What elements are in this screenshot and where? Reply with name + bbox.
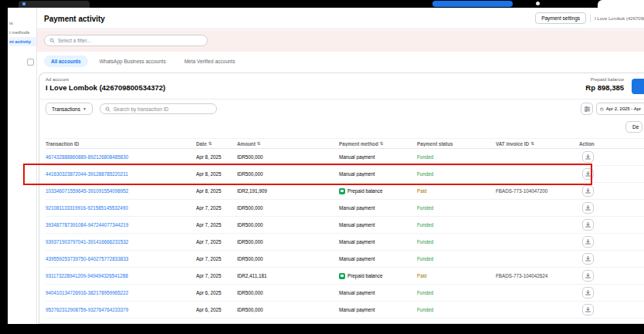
column-payment-method[interactable]: Payment method⇅ <box>339 141 417 147</box>
action-cell <box>579 168 644 180</box>
sort-icon[interactable]: ⇅ <box>257 141 261 146</box>
download-icon <box>585 221 591 228</box>
download-icon <box>585 170 591 177</box>
page-header: Payment activity Payment settings I Love… <box>37 8 644 29</box>
payment-status: Funded <box>417 171 496 177</box>
date-range-label: Apr 2, 2025 - Apr <box>606 106 641 111</box>
transaction-id-link[interactable]: 467432888860889-892126808485830 <box>46 154 196 160</box>
sidebar-item-payments[interactable]: ts <box>8 19 36 28</box>
download-invoice-button[interactable] <box>582 151 594 163</box>
prepaid-balance-icon <box>339 273 345 279</box>
payment-method: Manual payment <box>339 222 417 228</box>
payment-status: Funded <box>417 256 496 261</box>
table-row: 103346071559645-391091554098952Apr 8, 20… <box>46 183 644 200</box>
page-title: Payment activity <box>44 15 105 23</box>
account-card: Ad account I Love Lombok (42670980053437… <box>39 73 644 324</box>
browser-tab[interactable] <box>19 1 90 8</box>
column-vat-invoice-id[interactable]: VAT invoice ID⇅ <box>496 141 579 147</box>
tab-all-accounts[interactable]: All accounts <box>44 56 88 67</box>
sidebar: ts t methods nt activity <box>8 8 37 324</box>
table-row: 931173228941209-949494326541288Apr 7, 20… <box>46 268 644 285</box>
column-date[interactable]: Date⇅ <box>196 141 237 147</box>
filter-search-placeholder: Select a filter... <box>58 38 91 43</box>
column-payment-status: Payment status <box>417 141 496 147</box>
download-invoice-button[interactable] <box>582 185 594 197</box>
payment-method-label: Prepaid balance <box>347 188 383 194</box>
sort-icon[interactable]: ⇅ <box>208 141 212 146</box>
download-invoice-button[interactable] <box>582 287 594 299</box>
action-cell <box>579 202 644 214</box>
browser-top-bar <box>0 0 644 8</box>
bottom-black-strip <box>0 324 644 334</box>
table-controls: Transactions ▼ Search by transaction ID … <box>46 103 644 116</box>
table-body: 467432888860889-892126808485830Apr 8, 20… <box>46 149 644 319</box>
transaction-amount: IDR2,411,181 <box>237 273 339 278</box>
top-up-button[interactable] <box>632 79 644 94</box>
transaction-amount: IDR500,000 <box>237 256 339 261</box>
column-label: Payment status <box>417 141 453 147</box>
column-amount[interactable]: Amount⇅ <box>237 141 339 147</box>
account-switcher[interactable]: I Love Lombok (42670980053 <box>595 16 644 21</box>
transaction-id-link[interactable]: 940410134726916-382178959965222 <box>46 290 196 295</box>
download-invoice-button[interactable] <box>582 236 594 248</box>
transaction-id-link[interactable]: 939371903797041-391416666231532 <box>46 239 196 245</box>
column-label: Transaction ID <box>46 141 79 147</box>
transaction-amount: IDR500,000 <box>237 205 339 211</box>
download-report-button[interactable]: De <box>625 121 642 133</box>
payment-method-label: Manual payment <box>339 256 375 261</box>
download-invoice-button[interactable] <box>582 202 594 214</box>
filter-settings-button[interactable] <box>581 103 593 115</box>
column-label: VAT invoice ID <box>496 141 529 147</box>
transaction-id-link[interactable]: 439559253739750-640275772833833 <box>46 256 196 261</box>
transactions-dropdown[interactable]: Transactions ▼ <box>46 103 93 115</box>
action-cell <box>579 151 644 163</box>
transaction-id-link[interactable]: 441630323872044-391288785220211 <box>46 171 196 177</box>
window-corner <box>598 0 644 8</box>
transaction-id-link[interactable]: 931173228941209-949494326541288 <box>46 273 196 278</box>
payment-method: Prepaid balance <box>339 273 417 279</box>
column-transaction-id: Transaction ID <box>46 141 196 147</box>
transaction-amount: IDR500,000 <box>237 154 339 160</box>
date-range-picker[interactable]: Apr 2, 2025 - Apr <box>596 103 644 115</box>
download-icon <box>585 154 591 160</box>
filter-search-input[interactable]: Select a filter... <box>44 35 208 46</box>
address-bar-pill[interactable] <box>432 1 513 7</box>
download-invoice-button[interactable] <box>582 304 594 315</box>
payment-settings-button[interactable]: Payment settings <box>535 12 586 24</box>
sidebar-item-payment-activity[interactable]: nt activity <box>8 37 36 46</box>
sidebar-collapse-icon[interactable] <box>27 59 34 66</box>
table-row: 952762312908759-932764764233379Apr 6, 20… <box>46 302 644 319</box>
payment-method: Prepaid balance <box>339 188 417 194</box>
tab-whatsapp-business-accounts[interactable]: WhatsApp Business accounts <box>93 56 173 67</box>
tab-meta-verified-accounts[interactable]: Meta Verified accounts <box>178 56 242 67</box>
payment-method-label: Manual payment <box>339 307 375 312</box>
vat-invoice-id: FBADS-773-104042624 <box>496 273 579 278</box>
table-row: 439559253739750-640275772833833Apr 7, 20… <box>46 251 644 268</box>
prepaid-balance-label: Prepaid balance <box>591 77 624 82</box>
payment-status: Paid <box>417 188 496 194</box>
download-icon <box>585 255 591 262</box>
sort-icon[interactable]: ⇅ <box>380 141 384 146</box>
payment-method-label: Manual payment <box>339 205 375 211</box>
sort-icon[interactable]: ⇅ <box>530 141 534 146</box>
screen: ts t methods nt activity Payment activit… <box>0 0 644 334</box>
download-invoice-button[interactable] <box>582 253 594 265</box>
transaction-search-input[interactable]: Search by transaction ID <box>100 103 217 114</box>
payment-method-label: Manual payment <box>339 239 375 245</box>
download-invoice-button[interactable] <box>582 168 594 180</box>
transaction-id-link[interactable]: 921081133319916-921585145532490 <box>46 205 196 211</box>
download-invoice-button[interactable] <box>582 270 594 282</box>
transaction-id-link[interactable]: 952762312908759-932764764233379 <box>46 307 196 312</box>
transaction-id-link[interactable]: 103346071559645-391091554098952 <box>46 188 196 194</box>
transaction-amount: IDR500,000 <box>237 290 339 295</box>
transaction-id-link[interactable]: 393487787391084-947244077344219 <box>46 222 196 228</box>
sidebar-item-payment-methods[interactable]: t methods <box>8 28 36 37</box>
download-invoice-button[interactable] <box>582 219 594 231</box>
transaction-amount: IDR500,000 <box>237 307 339 312</box>
transaction-amount: IDR500,000 <box>237 222 339 228</box>
action-cell <box>579 287 644 299</box>
filter-band: Select a filter... <box>37 30 644 52</box>
payment-method: Manual payment <box>339 154 417 160</box>
account-summary: Ad account I Love Lombok (42670980053437… <box>39 73 644 100</box>
transaction-amount: IDR2,191,909 <box>237 188 339 194</box>
